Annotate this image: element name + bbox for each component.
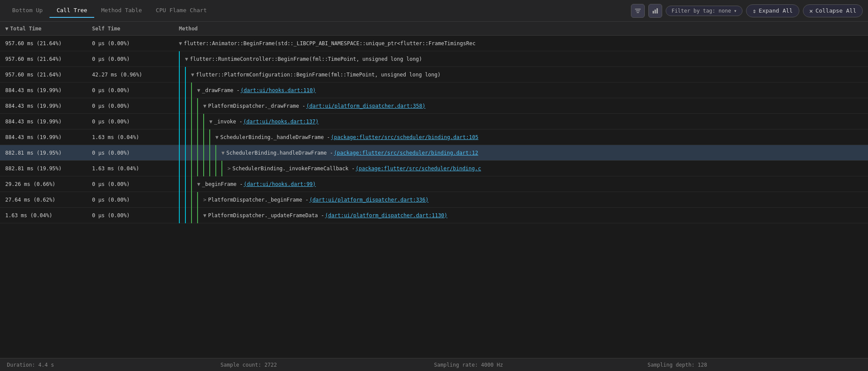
table-row[interactable]: 882.81 ms (19.95%)0 μs (0.00%)▼ Schedule… [0,145,868,161]
method-link[interactable]: (dart:ui/hooks.dart:99) [244,181,316,187]
chevron-icon: ▼ [191,72,194,78]
method-link[interactable]: (package:flutter/src/scheduler/binding.c [356,166,481,172]
cell-total-time: 884.43 ms (19.99%) [0,87,87,93]
indent-bar [191,208,196,223]
indent-bar [185,67,190,83]
indent-bar [197,98,202,114]
collapse-all-label: Collapse All [815,7,856,14]
chevron-icon: ▼ [215,134,218,140]
cell-total-time: 882.81 ms (19.95%) [0,150,87,156]
indent-bar [209,129,215,145]
cell-self-time: 0 μs (0.00%) [87,103,174,109]
svg-rect-1 [655,10,656,13]
table-row[interactable]: 1.63 ms (0.04%)0 μs (0.00%)▼ PlatformDis… [0,208,868,223]
tab-call-tree[interactable]: Call Tree [50,3,94,18]
indent-bar [185,114,190,129]
table-row[interactable]: 29.26 ms (0.66%)0 μs (0.00%)▼ _beginFram… [0,176,868,192]
filter-label: Filter by tag: none [671,8,731,14]
table-row[interactable]: 27.64 ms (0.62%)0 μs (0.00%)> PlatformDi… [0,192,868,208]
cell-method: ▼ flutter::PlatformConfiguration::BeginF… [174,67,868,83]
cell-total-time: 884.43 ms (19.99%) [0,103,87,109]
indent-bar [179,192,184,208]
method-text: flutter::PlatformConfiguration::BeginFra… [196,72,441,78]
cell-total-time: 957.60 ms (21.64%) [0,72,87,78]
app-container: Bottom UpCall TreeMethod TableCPU Flame … [0,0,868,371]
indent-bar [191,98,196,114]
table-row[interactable]: 957.60 ms (21.64%)0 μs (0.00%)▼ flutter:… [0,51,868,67]
indent-bar [191,192,196,208]
expand-all-button[interactable]: ⇕ Expand All [746,4,799,17]
cell-method: ▼ SchedulerBinding._handleDrawFrame - (p… [174,129,868,145]
method-link[interactable]: (package:flutter/src/scheduler/binding.d… [334,150,478,156]
indent-bar [185,98,190,114]
toolbar: Bottom UpCall TreeMethod TableCPU Flame … [0,0,868,22]
table-row[interactable]: 957.60 ms (21.64%)42.27 ms (0.96%)▼ flut… [0,67,868,83]
method-link[interactable]: (dart:ui/platform_dispatcher.dart:336) [309,197,429,203]
cell-total-time: 884.43 ms (19.99%) [0,119,87,125]
indent-bar [197,114,202,129]
table-row[interactable]: 884.43 ms (19.99%)0 μs (0.00%)▼ _invoke … [0,114,868,129]
cell-self-time: 0 μs (0.00%) [87,212,174,219]
table-row[interactable]: 884.43 ms (19.99%)1.63 ms (0.04%)▼ Sched… [0,129,868,145]
filter-icon-btn[interactable] [631,4,645,18]
close-icon: ✕ [809,7,813,14]
cell-method: > SchedulerBinding._invokeFrameCallback … [174,161,868,176]
indent-bar [191,176,196,192]
cell-self-time: 42.27 ms (0.96%) [87,72,174,78]
indent-bar [191,114,196,129]
table-row[interactable]: 957.60 ms (21.64%)0 μs (0.00%)▼ flutter:… [0,36,868,51]
chevron-icon: ▼ [221,150,224,156]
status-sample-count: Sample count: 2722 [221,362,434,368]
method-link[interactable]: (dart:ui/platform_dispatcher.dart:358) [306,103,426,109]
cell-self-time: 0 μs (0.00%) [87,197,174,203]
cell-self-time: 0 μs (0.00%) [87,87,174,93]
indent-bar [179,98,184,114]
collapse-all-button[interactable]: ✕ Collapse All [803,4,863,17]
indent-bar [191,161,196,176]
indent-bar [197,161,202,176]
chevron-icon: ▼ [179,40,182,46]
cell-method: ▼ _invoke - (dart:ui/hooks.dart:137) [174,114,868,129]
method-link[interactable]: (dart:ui/hooks.dart:110) [241,87,316,93]
indent-bar [191,129,196,145]
tab-cpu-flame-chart[interactable]: CPU Flame Chart [149,3,214,18]
method-link[interactable]: (dart:ui/platform_dispatcher.dart:1130) [325,212,448,219]
tab-bottom-up[interactable]: Bottom Up [5,3,50,18]
method-link[interactable]: (package:flutter/src/scheduler/binding.d… [331,134,479,140]
indent-bar [185,192,190,208]
indent-bar [185,176,190,192]
cell-method: ▼ SchedulerBinding.handleDrawFrame - (pa… [174,145,868,161]
svg-rect-0 [653,11,654,13]
method-text: flutter::Animator::BeginFrame(std::_LIBC… [184,40,475,46]
indent-bar [203,145,208,161]
col-header-method[interactable]: Method [174,26,868,32]
tab-method-table[interactable]: Method Table [94,3,149,18]
indent-bar [179,129,184,145]
cell-method: > PlatformDispatcher._beginFrame - (dart… [174,192,868,208]
table-row[interactable]: 884.43 ms (19.99%)0 μs (0.00%)▼ _drawFra… [0,83,868,98]
indent-bar [185,83,190,98]
indent-bar [179,114,184,129]
cell-method: ▼ PlatformDispatcher._drawFrame - (dart:… [174,98,868,114]
col-header-self[interactable]: Self Time [87,26,174,32]
cell-self-time: 1.63 ms (0.04%) [87,166,174,172]
indent-bar [197,145,202,161]
method-link[interactable]: (dart:ui/hooks.dart:137) [243,119,318,125]
cell-total-time: 29.26 ms (0.66%) [0,181,87,187]
filter-dropdown[interactable]: Filter by tag: none ▾ [666,6,743,16]
cell-method: ▼ _beginFrame - (dart:ui/hooks.dart:99) [174,176,868,192]
table-row[interactable]: 882.81 ms (19.95%)1.63 ms (0.04%)> Sched… [0,161,868,176]
indent-bar [185,129,190,145]
table-row[interactable]: 884.43 ms (19.99%)0 μs (0.00%)▼ Platform… [0,98,868,114]
indent-bar [209,161,215,176]
cell-method: ▼ flutter::Animator::BeginFrame(std::_LI… [174,40,868,46]
chart-icon-btn[interactable] [648,4,662,18]
sort-chevron-icon: ▼ [5,26,8,32]
cell-total-time: 957.60 ms (21.64%) [0,56,87,62]
cell-total-time: 884.43 ms (19.99%) [0,134,87,140]
indent-bar [203,114,208,129]
chevron-icon: ▼ [197,181,200,187]
col-header-total[interactable]: ▼ Total Time [0,26,87,32]
indent-bar [179,208,184,223]
method-text: _beginFrame - [202,181,243,187]
